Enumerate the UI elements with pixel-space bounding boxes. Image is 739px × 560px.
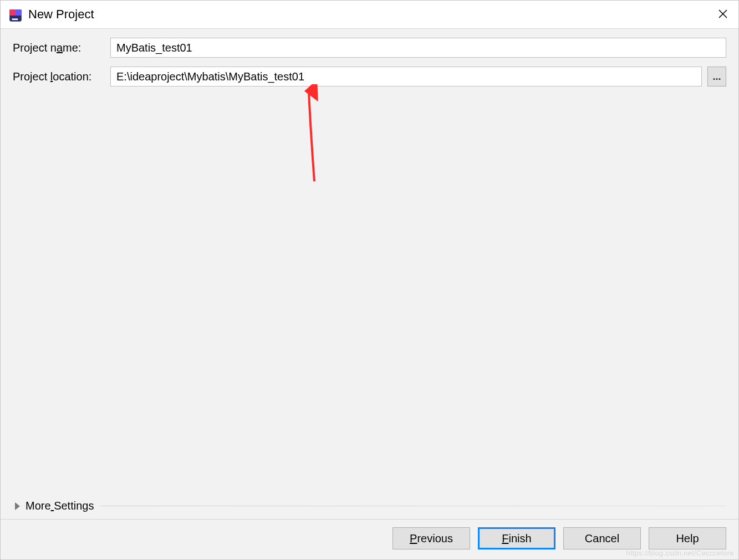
close-icon[interactable] bbox=[715, 5, 731, 24]
project-location-input[interactable] bbox=[110, 67, 702, 86]
more-settings-toggle[interactable]: More Settings bbox=[1, 500, 738, 512]
dialog-footer: Previous Finish Cancel Help bbox=[1, 519, 738, 559]
svg-rect-1 bbox=[9, 9, 16, 16]
project-location-input-wrap: ... bbox=[110, 67, 726, 86]
svg-rect-3 bbox=[12, 18, 18, 20]
project-name-input[interactable] bbox=[110, 38, 726, 58]
svg-rect-2 bbox=[16, 9, 22, 16]
form-area: Project name: Project location: ... bbox=[1, 29, 738, 95]
separator-line bbox=[100, 506, 726, 506]
previous-button[interactable]: Previous bbox=[393, 527, 470, 549]
project-name-row: Project name: bbox=[13, 38, 726, 58]
cancel-button[interactable]: Cancel bbox=[563, 527, 641, 549]
window-title: New Project bbox=[28, 7, 94, 22]
new-project-dialog: New Project Project name: Project locati… bbox=[0, 0, 739, 560]
chevron-right-icon bbox=[15, 502, 20, 510]
help-button[interactable]: Help bbox=[649, 527, 726, 549]
more-settings-label: More Settings bbox=[26, 500, 94, 512]
dialog-body: Project name: Project location: ... bbox=[1, 28, 738, 559]
browse-location-button[interactable]: ... bbox=[707, 67, 726, 86]
project-name-input-wrap bbox=[110, 38, 726, 58]
finish-button[interactable]: Finish bbox=[478, 527, 555, 549]
project-location-row: Project location: ... bbox=[13, 67, 726, 86]
annotation-arrow-icon bbox=[301, 84, 323, 184]
project-name-label: Project name: bbox=[13, 42, 110, 54]
intellij-icon bbox=[8, 8, 23, 23]
title-bar: New Project bbox=[1, 1, 738, 28]
project-location-label: Project location: bbox=[13, 70, 110, 83]
